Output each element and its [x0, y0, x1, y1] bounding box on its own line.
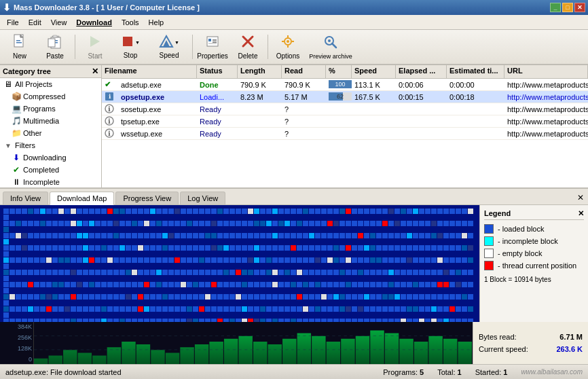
row-filename: wssetup.exe — [118, 129, 197, 139]
map-block — [181, 245, 186, 251]
map-block — [327, 294, 333, 300]
map-block — [394, 270, 400, 275]
map-block — [40, 294, 45, 300]
map-block — [16, 245, 21, 251]
sidebar-item-other[interactable]: 📁 Other — [0, 127, 101, 139]
tab-info-view[interactable]: Info View — [3, 192, 48, 204]
table-row[interactable]: ℹ sosetup.exe Ready ? http://www.metapro… — [102, 103, 588, 115]
downloading-icon: ⬇ — [11, 152, 22, 163]
panel-close-button[interactable]: ✕ — [573, 191, 588, 204]
map-block — [407, 209, 412, 214]
menu-download[interactable]: Download — [72, 17, 116, 28]
row-status-icon: ℹ — [102, 115, 118, 128]
map-block — [394, 233, 400, 238]
col-url[interactable]: URL — [504, 65, 588, 78]
col-read[interactable]: Read — [282, 65, 326, 78]
col-length[interactable]: Length — [238, 65, 282, 78]
sidebar-item-downloading[interactable]: ⬇ Downloading — [0, 151, 101, 164]
menu-help[interactable]: Help — [145, 17, 168, 28]
col-status[interactable]: Status — [197, 65, 238, 78]
preview-button[interactable]: Preview archive — [306, 31, 355, 62]
app-icon: ⬇ — [3, 2, 11, 13]
downloading-label: Downloading — [23, 154, 67, 162]
map-block — [52, 282, 58, 287]
map-block — [34, 209, 39, 214]
paste-button[interactable]: Paste — [38, 31, 72, 62]
stop-button[interactable]: ▼ Stop — [113, 31, 147, 62]
map-block — [376, 209, 382, 214]
col-elapsed[interactable]: Elapsed ... — [396, 65, 447, 78]
col-filename[interactable]: Filename — [102, 65, 197, 78]
sidebar-item-filters[interactable]: ▼ Filters — [0, 139, 101, 151]
current-speed-label: Current speed: — [479, 345, 528, 353]
new-button[interactable]: New — [3, 31, 37, 62]
legend-label: Legend — [484, 209, 511, 218]
table-row[interactable]: ℹ wssetup.exe Ready ? http://www.metapro… — [102, 128, 588, 140]
map-block — [89, 306, 94, 312]
map-block — [101, 294, 107, 300]
map-block — [16, 306, 21, 312]
menu-view[interactable]: View — [47, 17, 71, 28]
map-block — [266, 221, 272, 226]
sidebar-item-all-projects[interactable]: 🖥 All Projects — [0, 78, 101, 90]
map-block — [413, 209, 418, 214]
delete-button[interactable]: Delete — [231, 31, 265, 62]
map-block — [236, 221, 241, 226]
map-block — [388, 245, 394, 251]
table-row[interactable]: ℹ opsetup.exe Loadi... 8.23 M 5.17 M 62 … — [102, 91, 588, 103]
options-button[interactable]: Options — [271, 31, 305, 62]
map-block — [150, 245, 155, 251]
map-block — [83, 257, 88, 263]
col-estimated[interactable]: Estimated ti... — [447, 65, 504, 78]
minimize-button[interactable]: _ — [550, 3, 561, 12]
col-pct[interactable]: % — [326, 65, 352, 78]
tab-download-map[interactable]: Download Map — [50, 192, 114, 205]
properties-button[interactable]: Properties — [196, 31, 229, 62]
map-block — [382, 245, 388, 251]
map-block — [28, 245, 33, 251]
row-url: http://www.metaproducts.cc — [504, 92, 588, 102]
legend-item-thread: - thread current position — [484, 261, 584, 270]
delete-label: Delete — [238, 52, 258, 60]
programs-value: 5 — [420, 368, 424, 376]
menu-edit[interactable]: Edit — [24, 17, 45, 28]
sidebar-item-programs[interactable]: 💻 Programs — [0, 103, 101, 115]
map-block — [162, 294, 168, 300]
map-block — [144, 294, 149, 300]
speed-button[interactable]: ▼ Speed — [149, 31, 189, 62]
start-button[interactable]: Start — [78, 31, 112, 62]
maximize-button[interactable]: □ — [562, 3, 573, 12]
map-block — [321, 209, 327, 214]
paste-icon — [48, 34, 62, 51]
map-block — [52, 245, 58, 251]
row-read: ? — [282, 129, 326, 139]
delete-icon — [240, 34, 255, 51]
sidebar-item-incomplete[interactable]: ⏸ Incomplete — [0, 176, 101, 188]
sidebar-item-completed[interactable]: ✔ Completed — [0, 164, 101, 176]
map-block — [193, 233, 198, 238]
tab-log-view[interactable]: Log View — [180, 192, 225, 204]
col-speed[interactable]: Speed — [352, 65, 396, 78]
map-block — [370, 294, 375, 300]
map-block — [52, 306, 58, 312]
table-row[interactable]: ℹ tpsetup.exe Ready ? http://www.metapro… — [102, 115, 588, 128]
map-block — [407, 257, 412, 263]
close-button[interactable]: ✕ — [574, 3, 585, 12]
map-block — [284, 270, 290, 275]
menu-tools[interactable]: Tools — [117, 17, 143, 28]
sidebar-item-compressed[interactable]: 📦 Compressed — [0, 90, 101, 103]
map-block — [162, 257, 168, 263]
map-block — [193, 294, 198, 300]
legend-close-button[interactable]: ✕ — [578, 209, 584, 218]
map-block — [229, 209, 235, 214]
menu-file[interactable]: File — [3, 17, 23, 28]
map-block — [388, 282, 394, 287]
titlebar-controls[interactable]: _ □ ✕ — [550, 3, 585, 12]
sidebar-item-multimedia[interactable]: 🎵 Multimedia — [0, 115, 101, 127]
map-block — [187, 209, 192, 214]
category-tree-close[interactable]: ✕ — [92, 67, 98, 76]
tab-progress-view[interactable]: Progress View — [115, 192, 179, 204]
table-row[interactable]: ✔ adsetup.exe Done 790.9 K 790.9 K 100 1… — [102, 79, 588, 91]
map-block — [187, 257, 192, 263]
map-block — [437, 209, 443, 214]
